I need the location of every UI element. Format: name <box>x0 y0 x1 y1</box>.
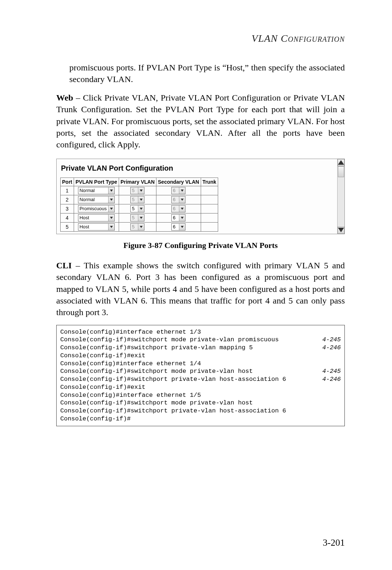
svg-marker-8 <box>181 208 184 210</box>
select-widget[interactable]: Host <box>78 214 115 221</box>
select-widget: 6 <box>171 187 185 194</box>
cli-code-block: Console(config)#interface ethernet 1/3Co… <box>56 325 345 426</box>
figure-screenshot: Private VLAN Port Configuration Port PVL… <box>56 159 345 234</box>
col-port: Port <box>61 178 74 186</box>
svg-marker-12 <box>110 226 113 228</box>
select-widget[interactable]: Normal <box>78 196 115 203</box>
select-widget[interactable]: 5 <box>130 205 144 212</box>
select-value: 5 <box>131 206 138 211</box>
svg-marker-15 <box>338 160 344 165</box>
chevron-down-icon[interactable] <box>108 205 114 212</box>
chevron-down-icon <box>138 187 144 194</box>
chevron-down-icon[interactable] <box>179 224 185 230</box>
select-value: 6 <box>172 188 179 193</box>
scroll-thumb[interactable] <box>338 166 344 177</box>
select-value: 6 <box>172 215 179 220</box>
chevron-down-icon <box>138 224 144 230</box>
cli-line: Console(config-if)#switchport private-vl… <box>60 344 341 352</box>
cell-port: 4 <box>61 213 74 222</box>
svg-marker-1 <box>140 190 143 192</box>
select-value: Normal <box>78 197 108 202</box>
screenshot-title: Private VLAN Port Configuration <box>61 164 334 172</box>
svg-marker-4 <box>140 199 143 201</box>
cell-port: 3 <box>61 204 74 213</box>
web-body: – Click Private VLAN, Private VLAN Port … <box>56 93 345 150</box>
svg-marker-14 <box>181 226 184 228</box>
chevron-down-icon[interactable] <box>108 215 114 221</box>
svg-marker-13 <box>140 226 143 228</box>
svg-marker-16 <box>338 228 344 232</box>
select-value: 5 <box>131 197 138 202</box>
select-widget: 5 <box>130 187 144 194</box>
page-header: VLAN Configuration <box>56 33 345 44</box>
cell-trunk <box>201 186 218 195</box>
cell-trunk <box>201 213 218 222</box>
chevron-down-icon[interactable] <box>108 187 114 194</box>
select-widget[interactable]: Host <box>78 223 115 231</box>
select-widget[interactable]: 6 <box>171 214 185 221</box>
cell-port-type: Normal <box>74 186 119 195</box>
cell-port-type: Promiscuous <box>74 204 119 213</box>
select-widget[interactable]: Promiscuous <box>78 205 115 212</box>
cell-primary-vlan: 5 <box>119 195 156 204</box>
col-secondary-vlan: Secondary VLAN <box>156 178 201 186</box>
cli-instructions: CLI – This example shows the switch conf… <box>56 260 345 318</box>
cell-port-type: Host <box>74 222 119 231</box>
select-value: Host <box>78 215 108 220</box>
cell-trunk <box>201 222 218 231</box>
select-widget: 5 <box>130 214 144 221</box>
svg-marker-7 <box>140 208 143 210</box>
select-value: Normal <box>78 188 108 193</box>
select-widget: 5 <box>130 223 144 231</box>
table-row: 5Host56 <box>61 222 218 231</box>
cli-page-ref: 4-246 <box>322 375 341 383</box>
cli-line: Console(config-if)#exit <box>60 383 341 391</box>
cell-secondary-vlan: 6 <box>156 186 201 195</box>
cli-line: Console(config-if)#switchport mode priva… <box>60 336 341 344</box>
figure-caption: Figure 3-87 Configuring Private VLAN Por… <box>56 241 345 250</box>
select-value: 6 <box>172 224 179 229</box>
svg-marker-5 <box>181 199 184 201</box>
cell-port: 1 <box>61 186 74 195</box>
col-primary-vlan: Primary VLAN <box>119 178 156 186</box>
scrollbar[interactable] <box>337 159 344 234</box>
cell-port-type: Normal <box>74 195 119 204</box>
svg-marker-2 <box>181 190 184 192</box>
table-row: 2Normal56 <box>61 195 218 204</box>
cell-trunk <box>201 204 218 213</box>
cli-line: Console(config)#interface ethernet 1/5 <box>60 391 341 399</box>
cell-port-type: Host <box>74 213 119 222</box>
select-value: 6 <box>172 206 179 211</box>
web-lead: Web <box>56 93 73 102</box>
select-widget: 6 <box>171 205 185 212</box>
select-widget[interactable]: Normal <box>78 187 115 194</box>
web-instructions: Web – Click Private VLAN, Private VLAN P… <box>56 92 345 151</box>
select-value: 5 <box>131 224 138 229</box>
chevron-down-icon <box>179 196 185 203</box>
table-row: 4Host56 <box>61 213 218 222</box>
select-widget: 6 <box>171 196 185 203</box>
svg-marker-6 <box>110 208 113 210</box>
cli-line: Console(config)#interface ethernet 1/3 <box>60 328 341 336</box>
select-value: 6 <box>172 197 179 202</box>
select-value: Host <box>78 224 108 229</box>
cli-page-ref: 4-246 <box>322 344 341 352</box>
select-widget[interactable]: 6 <box>171 223 185 231</box>
chevron-down-icon[interactable] <box>108 224 114 230</box>
table-row: 1Normal56 <box>61 186 218 195</box>
svg-marker-3 <box>110 199 113 201</box>
chevron-down-icon[interactable] <box>138 205 144 212</box>
chevron-down-icon <box>138 215 144 221</box>
cell-secondary-vlan: 6 <box>156 222 201 231</box>
select-widget: 5 <box>130 196 144 203</box>
scroll-down-icon[interactable] <box>338 227 344 234</box>
chevron-down-icon[interactable] <box>108 196 114 203</box>
chevron-down-icon <box>138 196 144 203</box>
col-pvlan-port-type: PVLAN Port Type <box>74 178 119 186</box>
cell-primary-vlan: 5 <box>119 213 156 222</box>
chevron-down-icon[interactable] <box>179 215 185 221</box>
select-value: 5 <box>131 215 138 220</box>
scroll-up-icon[interactable] <box>338 159 344 166</box>
cli-line: Console(config-if)#switchport mode priva… <box>60 399 341 407</box>
cell-primary-vlan: 5 <box>119 204 156 213</box>
